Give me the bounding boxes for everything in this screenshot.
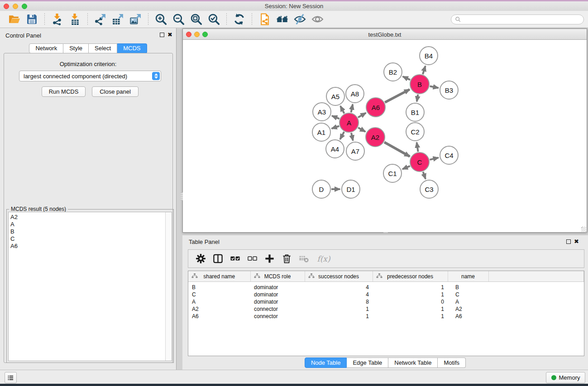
edge-A-A3[interactable] xyxy=(332,116,339,119)
open-session-button[interactable] xyxy=(7,12,22,27)
select-all-button[interactable] xyxy=(228,252,242,266)
tab-network-table[interactable]: Network Table xyxy=(388,357,438,368)
deselect-all-button[interactable] xyxy=(245,252,259,266)
cell-MCDS-role[interactable]: connector xyxy=(250,313,305,320)
edge-A-A8[interactable] xyxy=(351,105,353,113)
edge-A-A7[interactable] xyxy=(351,133,353,140)
refresh-layout-button[interactable] xyxy=(232,12,247,27)
cell-successor-nodes[interactable]: 4 xyxy=(305,291,373,298)
edge-B-B2[interactable] xyxy=(403,76,410,80)
result-node-item[interactable]: A2 xyxy=(10,214,164,221)
network-node-B2[interactable]: B2 xyxy=(383,62,402,81)
table-row[interactable]: A2connector11A2 xyxy=(188,305,584,313)
table-row[interactable]: Bdominator41B xyxy=(188,282,584,291)
edge-A6-B[interactable] xyxy=(385,90,410,103)
result-node-item[interactable]: B xyxy=(10,228,164,235)
export-table-button[interactable] xyxy=(110,12,125,27)
split-panel-button[interactable] xyxy=(211,252,225,266)
cell-name[interactable]: A6 xyxy=(448,313,488,320)
save-session-button[interactable] xyxy=(24,12,39,27)
network-node-A6[interactable]: A6 xyxy=(366,97,386,117)
close-panel-icon[interactable]: ✖ xyxy=(167,31,172,38)
cell-name[interactable]: C xyxy=(448,291,488,298)
close-panel-button[interactable]: Close panel xyxy=(92,86,139,97)
new-network-from-selection-button[interactable] xyxy=(257,12,272,27)
result-node-item[interactable]: A xyxy=(10,221,164,228)
cell-successor-nodes[interactable]: 1 xyxy=(305,305,373,313)
tab-select[interactable]: Select xyxy=(89,43,117,53)
cell-predecessor-nodes[interactable]: 1 xyxy=(373,291,448,298)
column-header-name[interactable]: name xyxy=(448,271,488,282)
network-node-D[interactable]: D xyxy=(312,180,331,199)
hide-selected-button[interactable] xyxy=(292,12,307,27)
network-node-A1[interactable]: A1 xyxy=(312,123,331,142)
cell-shared-name[interactable]: A2 xyxy=(188,305,250,313)
export-network-button[interactable] xyxy=(93,12,108,27)
zoom-in-button[interactable] xyxy=(153,12,168,27)
horizontal-splitter-handle[interactable] xyxy=(383,232,388,234)
import-network-button[interactable] xyxy=(50,12,65,27)
network-canvas[interactable]: AA1A2A3A4A5A6A7A8BB1B2B3B4CC1C2C3C4DD1 xyxy=(183,40,587,232)
column-header-predecessor-nodes[interactable]: predecessor nodes xyxy=(373,271,448,282)
criterion-dropdown[interactable]: largest connected component (directed) xyxy=(19,71,161,81)
show-all-button[interactable] xyxy=(310,12,325,27)
cell-MCDS-role[interactable]: dominator xyxy=(250,282,305,291)
edge-A-A2[interactable] xyxy=(358,128,365,132)
vertical-splitter-handle[interactable] xyxy=(181,192,183,200)
column-header-shared-name[interactable]: shared name xyxy=(188,271,250,282)
network-node-C[interactable]: C xyxy=(410,152,430,172)
column-header-MCDS-role[interactable]: MCDS role xyxy=(250,271,305,282)
search-input[interactable] xyxy=(463,16,580,23)
edge-C-C4[interactable] xyxy=(430,157,438,159)
edge-A-A4[interactable] xyxy=(340,132,344,139)
network-node-A7[interactable]: A7 xyxy=(346,142,365,161)
edge-C-C3[interactable] xyxy=(423,172,425,179)
network-window-titlebar[interactable]: testGlobe.txt xyxy=(183,29,587,40)
cell-predecessor-nodes[interactable]: 1 xyxy=(373,313,448,320)
edge-B-B3[interactable] xyxy=(430,86,439,88)
tab-node-table[interactable]: Node Table xyxy=(305,357,347,368)
cell-successor-nodes[interactable]: 8 xyxy=(305,298,373,305)
export-image-button[interactable] xyxy=(128,12,143,27)
cell-predecessor-nodes[interactable]: 0 xyxy=(373,298,448,305)
edge-A-A5[interactable] xyxy=(340,106,344,113)
cell-predecessor-nodes[interactable]: 1 xyxy=(373,305,448,313)
table-row[interactable]: A6connector11A6 xyxy=(188,313,584,320)
edge-B-B1[interactable] xyxy=(417,95,418,102)
edge-C-C1[interactable] xyxy=(402,166,410,169)
cell-shared-name[interactable]: C xyxy=(188,291,250,298)
edge-C-C2[interactable] xyxy=(417,143,418,152)
cell-MCDS-role[interactable]: dominator xyxy=(250,298,305,305)
cell-name[interactable]: A2 xyxy=(448,305,488,313)
network-node-B1[interactable]: B1 xyxy=(406,103,425,122)
network-node-C2[interactable]: C2 xyxy=(406,122,425,141)
cell-name[interactable]: B xyxy=(448,282,488,291)
column-header-successor-nodes[interactable]: successor nodes xyxy=(305,271,373,282)
edge-A-A1[interactable] xyxy=(332,126,339,129)
run-mcds-button[interactable]: Run MCDS xyxy=(42,86,86,97)
cell-name[interactable]: A xyxy=(448,298,488,305)
network-node-A4[interactable]: A4 xyxy=(325,139,344,158)
task-history-button[interactable] xyxy=(5,372,17,383)
zoom-fit-button[interactable] xyxy=(189,12,204,27)
table-row[interactable]: Adominator80A xyxy=(188,298,584,305)
settings-gear-button[interactable] xyxy=(194,252,207,266)
cell-shared-name[interactable]: B xyxy=(188,282,250,291)
edge-B-B4[interactable] xyxy=(423,66,425,74)
table-row[interactable]: Cdominator41C xyxy=(188,291,584,298)
delete-column-button[interactable] xyxy=(280,252,293,266)
resize-grip-icon[interactable] xyxy=(581,227,586,232)
memory-button[interactable]: Memory xyxy=(546,372,585,383)
edge-A-A6[interactable] xyxy=(358,113,366,117)
import-table-button[interactable] xyxy=(67,12,82,27)
network-node-B4[interactable]: B4 xyxy=(419,46,438,65)
cell-predecessor-nodes[interactable]: 1 xyxy=(373,282,448,291)
mcds-result-list[interactable]: A2ABCA6 xyxy=(8,212,172,361)
network-node-C4[interactable]: C4 xyxy=(440,146,459,165)
node-table[interactable]: shared nameMCDS rolesuccessor nodesprede… xyxy=(188,271,584,356)
result-scrollbar[interactable] xyxy=(165,212,172,361)
add-column-button[interactable] xyxy=(263,252,276,266)
network-node-A2[interactable]: A2 xyxy=(365,127,385,147)
zoom-out-button[interactable] xyxy=(171,12,186,27)
cell-MCDS-role[interactable]: dominator xyxy=(250,291,305,298)
